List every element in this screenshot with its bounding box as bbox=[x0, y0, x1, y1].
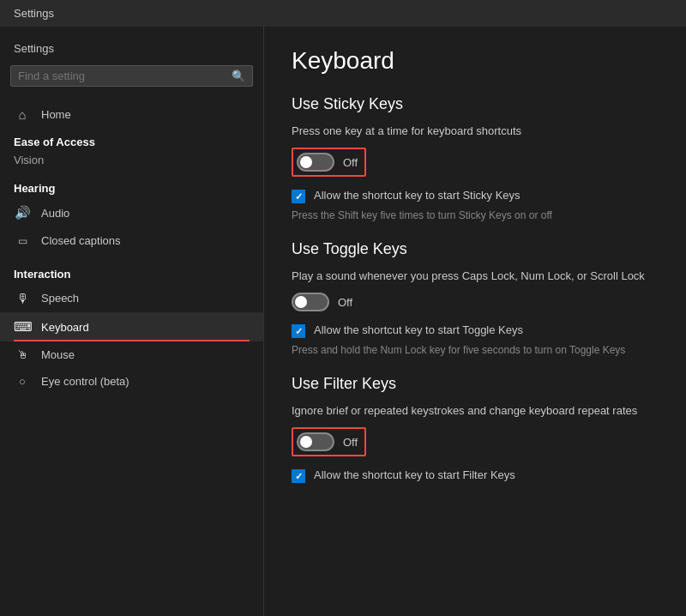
toggle-keys-toggle-knob bbox=[295, 296, 307, 308]
toggle-keys-checkbox-label: Allow the shortcut key to start Toggle K… bbox=[314, 323, 523, 336]
page-title: Keyboard bbox=[292, 47, 659, 75]
filter-keys-desc: Ignore brief or repeated keystrokes and … bbox=[292, 403, 659, 419]
sticky-keys-toggle-track[interactable] bbox=[297, 153, 334, 172]
search-box[interactable]: 🔍 bbox=[10, 65, 253, 87]
toggle-keys-toggle-track[interactable] bbox=[292, 293, 329, 311]
sidebar-item-mouse[interactable]: 🖱 Mouse bbox=[0, 341, 263, 368]
sticky-keys-sub-desc: Press the Shift key five times to turn S… bbox=[292, 208, 659, 223]
toggle-keys-title: Use Toggle Keys bbox=[292, 240, 659, 258]
audio-icon: 🔊 bbox=[14, 205, 31, 220]
home-icon: ⌂ bbox=[14, 107, 31, 122]
main-content: Keyboard Use Sticky Keys Press one key a… bbox=[264, 27, 686, 616]
ease-of-access-section: Ease of Access bbox=[0, 129, 263, 152]
toggle-keys-checkbox-row: ✓ Allow the shortcut key to start Toggle… bbox=[292, 323, 659, 338]
sidebar-item-eye-control-label: Eye control (beta) bbox=[41, 375, 129, 388]
interaction-section: Interaction bbox=[0, 261, 263, 284]
title-bar-label: Settings bbox=[14, 7, 54, 20]
sticky-keys-checkbox-label: Allow the shortcut key to start Sticky K… bbox=[314, 189, 521, 202]
speech-icon: 🎙 bbox=[14, 291, 31, 305]
sticky-keys-desc: Press one key at a time for keyboard sho… bbox=[292, 124, 659, 139]
filter-keys-toggle[interactable] bbox=[297, 432, 334, 451]
sidebar-item-keyboard-label: Keyboard bbox=[41, 321, 89, 334]
sticky-keys-title: Use Sticky Keys bbox=[292, 95, 659, 113]
sidebar-item-audio-label: Audio bbox=[41, 207, 69, 220]
sidebar-header: Settings bbox=[0, 35, 263, 65]
sidebar-item-audio[interactable]: 🔊 Audio bbox=[0, 198, 263, 227]
hearing-section: Hearing bbox=[0, 175, 263, 198]
sticky-keys-toggle-label: Off bbox=[343, 156, 358, 169]
filter-keys-checkbox-row: ✓ Allow the shortcut key to start Filter… bbox=[292, 468, 659, 483]
sidebar-item-mouse-label: Mouse bbox=[41, 348, 75, 361]
sidebar-item-speech-label: Speech bbox=[41, 292, 79, 305]
toggle-keys-toggle-label: Off bbox=[338, 296, 352, 309]
search-icon: 🔍 bbox=[232, 69, 245, 82]
toggle-keys-desc: Play a sound whenever you press Caps Loc… bbox=[292, 269, 659, 284]
sidebar-item-eye-control[interactable]: ○ Eye control (beta) bbox=[0, 368, 263, 395]
main-layout: Settings 🔍 ⌂ Home Ease of Access Vision … bbox=[0, 27, 686, 616]
vision-section: Vision bbox=[0, 152, 263, 168]
toggle-keys-toggle-row: Off bbox=[292, 293, 659, 311]
sticky-keys-toggle-highlight: Off bbox=[292, 148, 366, 177]
toggle-keys-check-mark: ✓ bbox=[295, 326, 303, 337]
filter-keys-toggle-label: Off bbox=[343, 436, 358, 449]
filter-keys-toggle-knob bbox=[300, 436, 312, 448]
search-input[interactable] bbox=[18, 69, 232, 82]
keyboard-icon: ⌨ bbox=[14, 319, 31, 335]
sidebar-item-closed-captions[interactable]: ▭ Closed captions bbox=[0, 227, 263, 254]
filter-keys-checkbox-label: Allow the shortcut key to start Filter K… bbox=[314, 468, 515, 481]
sticky-keys-checkbox[interactable]: ✓ bbox=[292, 190, 305, 203]
filter-keys-check-mark: ✓ bbox=[295, 471, 303, 482]
sidebar-item-home-label: Home bbox=[41, 108, 71, 121]
sticky-keys-toggle[interactable] bbox=[297, 153, 334, 172]
title-bar: Settings bbox=[0, 0, 686, 27]
sidebar-item-speech[interactable]: 🎙 Speech bbox=[0, 284, 263, 312]
sidebar-item-closed-captions-label: Closed captions bbox=[41, 234, 121, 247]
mouse-icon: 🖱 bbox=[14, 348, 31, 361]
closed-captions-icon: ▭ bbox=[14, 235, 31, 247]
filter-keys-toggle-track[interactable] bbox=[297, 432, 334, 451]
filter-keys-title: Use Filter Keys bbox=[292, 375, 659, 393]
toggle-keys-checkbox[interactable]: ✓ bbox=[292, 324, 305, 338]
sticky-keys-check-mark: ✓ bbox=[295, 191, 303, 202]
sticky-keys-toggle-knob bbox=[300, 156, 312, 168]
sidebar: Settings 🔍 ⌂ Home Ease of Access Vision … bbox=[0, 27, 264, 616]
sticky-keys-checkbox-row: ✓ Allow the shortcut key to start Sticky… bbox=[292, 189, 659, 203]
filter-keys-toggle-highlight: Off bbox=[292, 427, 366, 456]
toggle-keys-toggle[interactable] bbox=[292, 293, 329, 311]
sidebar-item-home[interactable]: ⌂ Home bbox=[0, 100, 263, 129]
eye-control-icon: ○ bbox=[14, 375, 31, 388]
filter-keys-checkbox[interactable]: ✓ bbox=[292, 469, 305, 483]
sidebar-item-keyboard[interactable]: ⌨ Keyboard bbox=[0, 312, 263, 341]
toggle-keys-sub-desc: Press and hold the Num Lock key for five… bbox=[292, 343, 659, 358]
